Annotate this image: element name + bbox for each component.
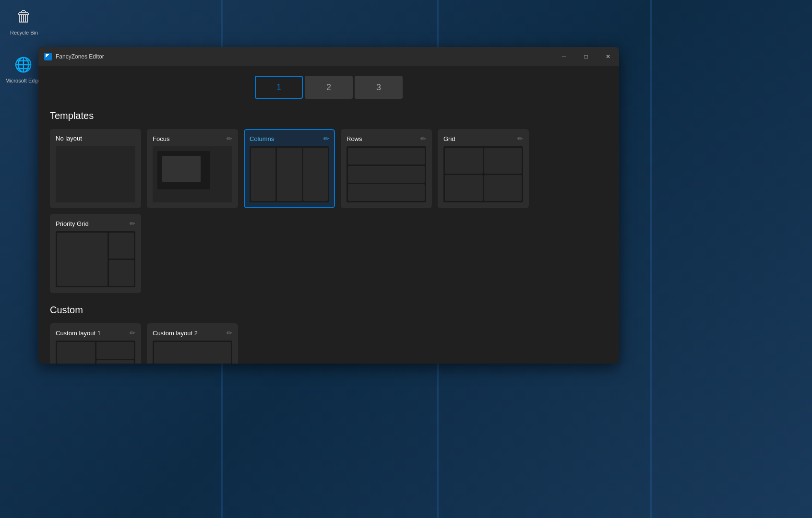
fancyzones-window: FancyZones Editor ─ □ ✕ 1 2 3 Templates … [38, 47, 619, 364]
custom2-top [154, 342, 231, 364]
custom1-mid-right [96, 360, 134, 364]
card-title-focus: Focus [153, 135, 169, 142]
card-header-focus: Focus ✏ [153, 135, 232, 142]
template-card-grid[interactable]: Grid ✏ [438, 129, 529, 208]
edit-focus-icon[interactable]: ✏ [227, 135, 232, 142]
card-title-no-layout: No layout [56, 135, 82, 142]
title-bar: FancyZones Editor ─ □ ✕ [38, 47, 619, 66]
card-title-rows: Rows [346, 135, 362, 142]
template-card-columns[interactable]: Columns ✏ [244, 129, 335, 208]
row-2 [348, 166, 425, 183]
card-header-grid: Grid ✏ [443, 135, 523, 142]
card-title-priority-grid: Priority Grid [56, 220, 89, 227]
recycle-bin-image: 🗑 [12, 5, 36, 28]
template-card-focus[interactable]: Focus ✏ [147, 129, 238, 208]
col-1 [251, 148, 275, 201]
grid-cell-1 [445, 148, 483, 174]
card-title-custom2: Custom layout 2 [153, 330, 198, 337]
preview-custom2 [153, 341, 232, 364]
edge-label: Microsoft Edge [5, 78, 40, 83]
templates-section-title: Templates [50, 110, 608, 121]
col-2 [277, 148, 301, 201]
priority-big-cell [57, 233, 107, 286]
custom-card-2[interactable]: Custom layout 2 ✏ [147, 323, 238, 364]
custom1-top-right [96, 342, 134, 359]
monitor-tab-1[interactable]: 1 [255, 76, 303, 99]
app-icon [44, 53, 52, 60]
preview-columns [250, 146, 329, 202]
card-header-no-layout: No layout [56, 135, 135, 142]
card-header-columns: Columns ✏ [250, 135, 329, 142]
template-card-rows[interactable]: Rows ✏ [341, 129, 432, 208]
preview-rows [346, 146, 426, 202]
col-3 [303, 148, 328, 201]
edit-grid-icon[interactable]: ✏ [517, 135, 523, 142]
edge-desktop-icon[interactable]: 🌐 Microsoft Edge [4, 53, 42, 83]
template-card-no-layout[interactable]: No layout [50, 129, 141, 208]
card-title-grid: Grid [443, 135, 455, 142]
card-header-rows: Rows ✏ [346, 135, 426, 142]
recycle-bin-label: Recycle Bin [10, 30, 38, 35]
template-card-priority-grid[interactable]: Priority Grid ✏ [50, 214, 141, 293]
monitor-tab-3[interactable]: 3 [355, 76, 403, 99]
grid-cell-3 [445, 175, 483, 201]
close-button[interactable]: ✕ [597, 47, 619, 66]
maximize-button[interactable]: □ [575, 47, 597, 66]
content-area: 1 2 3 Templates No layout Focus ✏ [38, 66, 619, 364]
monitor-tab-2[interactable]: 2 [305, 76, 353, 99]
grid-cell-2 [484, 148, 522, 174]
priority-small-cell-1 [109, 233, 134, 259]
card-header-custom1: Custom layout 1 ✏ [56, 329, 135, 337]
preview-no-layout [56, 146, 135, 202]
custom-section-title: Custom [50, 305, 608, 316]
preview-priority-grid [56, 231, 135, 287]
row-1 [348, 148, 425, 165]
custom-cards: Custom layout 1 ✏ Custom layout 2 ✏ [50, 323, 608, 364]
card-title-custom1: Custom layout 1 [56, 330, 101, 337]
edit-columns-icon[interactable]: ✏ [323, 135, 329, 142]
window-title: FancyZones Editor [56, 53, 613, 60]
custom-card-1[interactable]: Custom layout 1 ✏ [50, 323, 141, 364]
minimize-button[interactable]: ─ [553, 47, 575, 66]
grid-cell-4 [484, 175, 522, 201]
recycle-bin-icon[interactable]: 🗑 Recycle Bin [5, 5, 43, 35]
priority-small-cell-2 [109, 260, 134, 286]
edit-custom1-icon[interactable]: ✏ [130, 329, 135, 337]
card-header-custom2: Custom layout 2 ✏ [153, 329, 232, 337]
preview-custom1 [56, 341, 135, 364]
preview-focus [153, 146, 232, 202]
templates-cards: No layout Focus ✏ Columns ✏ [50, 129, 608, 293]
card-header-priority-grid: Priority Grid ✏ [56, 220, 135, 227]
edit-priority-grid-icon[interactable]: ✏ [130, 220, 135, 227]
edit-custom2-icon[interactable]: ✏ [227, 329, 232, 337]
edit-rows-icon[interactable]: ✏ [420, 135, 426, 142]
monitor-tabs: 1 2 3 [50, 76, 608, 99]
custom1-big-cell [57, 342, 95, 364]
edge-image: 🌐 [12, 53, 35, 76]
window-controls: ─ □ ✕ [553, 47, 619, 66]
card-title-columns: Columns [250, 135, 274, 142]
row-3 [348, 184, 425, 201]
preview-grid [443, 146, 523, 202]
